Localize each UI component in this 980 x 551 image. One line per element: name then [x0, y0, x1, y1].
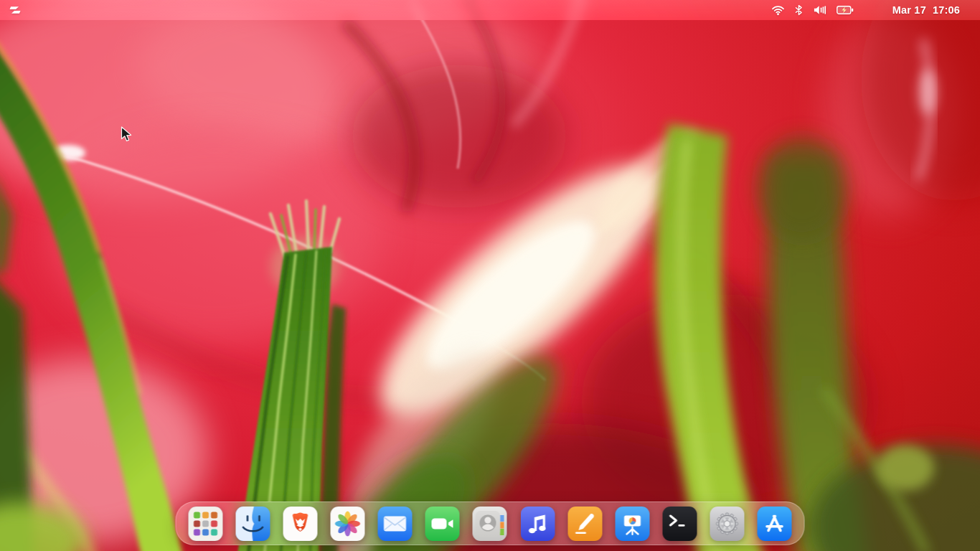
time-label: 17:06 [933, 4, 960, 16]
arrow-cursor-icon [121, 126, 136, 143]
app-store-icon [757, 507, 791, 541]
volume-icon[interactable] [813, 4, 826, 16]
bluetooth-icon[interactable] [795, 4, 803, 16]
photos-flower-icon [331, 507, 365, 541]
mail-envelope-icon [378, 507, 413, 541]
settings-gear-icon [710, 507, 744, 541]
wifi-icon[interactable] [771, 5, 785, 16]
dock-item-brave[interactable] [283, 507, 318, 541]
dock-item-video-call[interactable] [425, 507, 460, 541]
brave-browser-icon [283, 507, 318, 541]
dock-item-mail[interactable] [378, 507, 413, 541]
dock-item-terminal[interactable] [662, 507, 697, 541]
top-bar: Mar 17 17:06 [0, 0, 980, 20]
dock-item-pages[interactable] [567, 507, 602, 541]
pen-document-icon [567, 507, 602, 541]
dock-item-app-store[interactable] [757, 507, 791, 541]
terminal-prompt-icon [662, 507, 697, 541]
dock-item-photos[interactable] [331, 507, 365, 541]
wallpaper-rose-grass [0, 0, 980, 551]
zorin-menu-button[interactable] [9, 4, 22, 17]
dock-item-app-grid[interactable] [189, 507, 223, 541]
app-grid-icon [189, 507, 223, 541]
music-note-icon [520, 507, 555, 541]
presentation-easel-icon [615, 507, 649, 541]
files-finder-icon [236, 507, 270, 541]
dock-item-settings[interactable] [710, 507, 744, 541]
video-camera-icon [425, 507, 460, 541]
dock-item-music[interactable] [520, 507, 555, 541]
dock [176, 501, 805, 545]
desktop: Mar 17 17:06 [0, 0, 980, 551]
clock[interactable]: Mar 17 17:06 [892, 4, 960, 16]
contacts-book-icon [473, 507, 507, 541]
date-label: Mar 17 [892, 4, 926, 16]
battery-charging-icon[interactable] [837, 5, 854, 15]
zorin-logo-icon [9, 4, 22, 17]
dock-item-keynote[interactable] [615, 507, 649, 541]
dock-item-files[interactable] [236, 507, 270, 541]
status-area: Mar 17 17:06 [771, 4, 960, 16]
dock-item-contacts[interactable] [473, 507, 507, 541]
